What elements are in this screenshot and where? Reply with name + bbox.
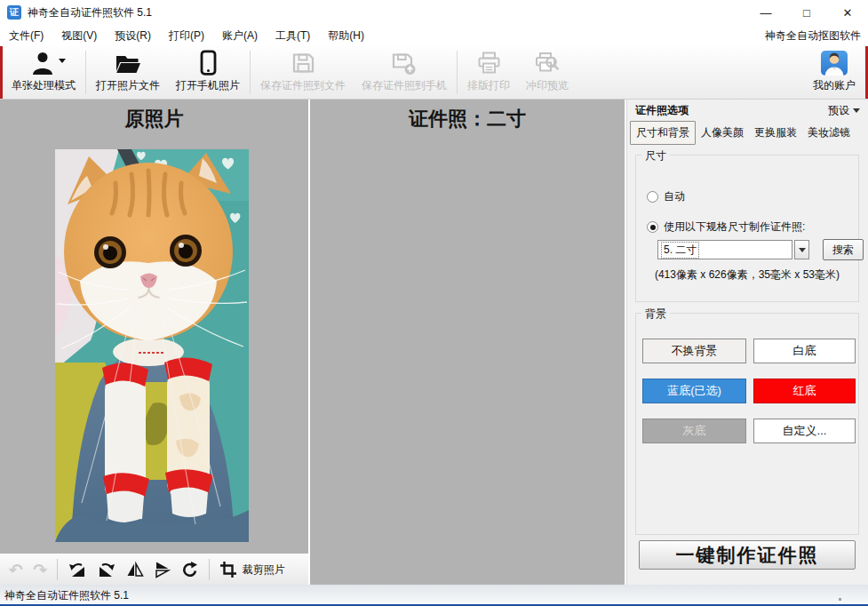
print-layout-button: 排版打印 bbox=[459, 46, 518, 99]
bg-no-change-button[interactable]: 不换背景 bbox=[642, 339, 746, 363]
print-preview-button: 冲印预览 bbox=[518, 46, 577, 99]
background-group: 背景 不换背景 白底 蓝底(已选) 红底 灰底 自定义... bbox=[635, 313, 859, 535]
open-phone-photo-label: 打开手机照片 bbox=[176, 78, 240, 93]
undo-icon[interactable]: ↶ bbox=[9, 562, 23, 578]
person-icon bbox=[30, 51, 57, 76]
printer-icon bbox=[476, 51, 502, 76]
print-preview-icon bbox=[534, 51, 561, 76]
options-title: 证件照选项 bbox=[635, 103, 689, 118]
background-group-title: 背景 bbox=[641, 307, 670, 322]
single-mode-button[interactable]: 单张处理模式 bbox=[4, 46, 84, 99]
radio-unchecked-icon bbox=[647, 191, 658, 203]
toolbar-left-edge bbox=[0, 46, 3, 99]
edit-toolbar-separator bbox=[57, 559, 58, 580]
original-photo-title: 原照片 bbox=[0, 106, 308, 132]
bg-custom-button[interactable]: 自定义... bbox=[753, 419, 856, 443]
bg-red-button[interactable]: 红底 bbox=[753, 379, 856, 403]
size-select[interactable]: 5. 二寸 bbox=[657, 240, 792, 259]
menu-account[interactable]: 账户(A) bbox=[213, 25, 267, 47]
bg-gray-button[interactable]: 灰底 bbox=[642, 419, 746, 443]
rotate-right-icon[interactable] bbox=[97, 561, 116, 578]
toolbar-separator bbox=[85, 51, 86, 94]
save-floppy-icon bbox=[291, 51, 316, 76]
options-header: 证件照选项 预设 bbox=[627, 100, 868, 121]
maximize-icon[interactable]: □ bbox=[786, 0, 827, 25]
options-tabs: 尺寸和背景 人像美颜 更换服装 美妆滤镜 bbox=[630, 121, 866, 144]
search-button-label: 搜索 bbox=[832, 243, 854, 258]
menubar-right-label: 神奇全自动抠图软件 bbox=[765, 28, 868, 44]
size-combo-row: 5. 二寸 搜索 bbox=[657, 239, 864, 260]
save-to-phone-icon bbox=[391, 51, 418, 76]
open-folder-icon bbox=[114, 51, 142, 76]
menu-file[interactable]: 文件(F) bbox=[0, 25, 52, 47]
original-photo-panel: 原照片 bbox=[0, 100, 308, 585]
flip-horizontal-icon[interactable] bbox=[126, 561, 144, 578]
menu-view[interactable]: 视图(V) bbox=[52, 25, 106, 47]
menu-tools[interactable]: 工具(T) bbox=[267, 25, 319, 47]
preset-label: 预设 bbox=[828, 103, 849, 118]
window-title: 神奇全自动证件照软件 5.1 bbox=[28, 5, 152, 20]
redo-icon[interactable]: ↷ bbox=[33, 562, 47, 578]
size-spec-radio[interactable]: 使用以下规格尺寸制作证件照: bbox=[647, 219, 805, 235]
main-toolbar: 单张处理模式 打开照片文件 打开手机照片 bbox=[0, 46, 868, 100]
rotate-180-icon[interactable] bbox=[181, 561, 199, 578]
make-id-photo-button[interactable]: 一键制作证件照 bbox=[639, 540, 856, 570]
size-dimensions-note: (413像素 x 626像素，35毫米 x 53毫米) bbox=[636, 267, 858, 283]
save-to-file-label: 保存证件照到文件 bbox=[260, 78, 346, 93]
size-spec-label: 使用以下规格尺寸制作证件照: bbox=[664, 219, 805, 235]
menu-print[interactable]: 打印(P) bbox=[160, 25, 213, 47]
tab-size-background[interactable]: 尺寸和背景 bbox=[630, 121, 696, 145]
menu-bar: 文件(F) 视图(V) 预设(R) 打印(P) 账户(A) 工具(T) 帮助(H… bbox=[0, 25, 868, 46]
my-account-label: 我的账户 bbox=[813, 78, 856, 93]
single-mode-label: 单张处理模式 bbox=[12, 78, 76, 93]
save-to-phone-button: 保存证件照到手机 bbox=[354, 46, 455, 99]
tab-beauty[interactable]: 人像美颜 bbox=[696, 122, 749, 144]
crop-photo-button[interactable]: 裁剪照片 bbox=[219, 561, 285, 578]
id-photo-title: 证件照：二寸 bbox=[310, 106, 625, 132]
radio-checked-icon bbox=[647, 221, 658, 233]
bg-blue-button-selected[interactable]: 蓝底(已选) bbox=[642, 379, 746, 403]
bg-white-button[interactable]: 白底 bbox=[753, 339, 856, 363]
photo-edit-toolbar: ↶ ↷ bbox=[0, 554, 308, 585]
open-photo-file-button[interactable]: 打开照片文件 bbox=[88, 46, 168, 99]
tab-clothes[interactable]: 更换服装 bbox=[749, 122, 802, 144]
flip-vertical-icon[interactable] bbox=[154, 561, 171, 578]
crop-photo-label: 裁剪照片 bbox=[243, 562, 285, 578]
size-auto-label: 自动 bbox=[664, 189, 685, 204]
id-photo-panel: 证件照：二寸 bbox=[310, 100, 625, 585]
search-button[interactable]: 搜索 bbox=[823, 239, 864, 260]
print-layout-label: 排版打印 bbox=[467, 78, 510, 93]
size-auto-radio[interactable]: 自动 bbox=[647, 189, 685, 204]
original-photo[interactable] bbox=[55, 149, 249, 542]
save-to-file-button: 保存证件照到文件 bbox=[252, 46, 354, 99]
close-icon[interactable]: ✕ bbox=[827, 0, 868, 25]
print-preview-label: 冲印预览 bbox=[526, 78, 569, 93]
size-group-title: 尺寸 bbox=[641, 148, 670, 163]
size-select-value: 5. 二寸 bbox=[662, 243, 698, 258]
my-account-button[interactable]: 我的账户 bbox=[804, 46, 864, 99]
mode-dropdown-icon bbox=[59, 59, 66, 63]
open-photo-file-label: 打开照片文件 bbox=[96, 78, 160, 93]
open-phone-photo-button[interactable]: 打开手机照片 bbox=[168, 46, 248, 99]
menu-help[interactable]: 帮助(H) bbox=[319, 25, 373, 47]
size-select-arrow-button[interactable] bbox=[794, 240, 809, 259]
status-bar: 神奇全自动证件照软件 5.1 bbox=[0, 585, 868, 606]
resize-grip-icon[interactable] bbox=[839, 598, 841, 601]
crop-icon bbox=[219, 561, 237, 578]
main-area: 原照片 bbox=[0, 100, 868, 585]
size-group: 尺寸 自动 使用以下规格尺寸制作证件照: 5. 二寸 bbox=[635, 155, 859, 302]
preset-dropdown[interactable]: 预设 bbox=[828, 103, 860, 118]
tab-makeup-filter[interactable]: 美妆滤镜 bbox=[802, 122, 856, 144]
minimize-icon[interactable]: — bbox=[745, 0, 786, 25]
rotate-left-icon[interactable] bbox=[68, 561, 87, 578]
preset-arrow-icon bbox=[853, 108, 860, 113]
app-icon: 证 bbox=[7, 5, 21, 20]
title-bar: 证 神奇全自动证件照软件 5.1 — □ ✕ bbox=[0, 0, 868, 25]
menu-preset[interactable]: 预设(R) bbox=[106, 25, 160, 47]
options-panel: 证件照选项 预设 尺寸和背景 人像美颜 更换服装 美妆滤镜 尺寸 自动 bbox=[626, 100, 868, 585]
cat-photo-image bbox=[55, 149, 249, 542]
toolbar-separator bbox=[250, 51, 251, 94]
save-to-phone-label: 保存证件照到手机 bbox=[362, 78, 447, 93]
app-window: 证 神奇全自动证件照软件 5.1 — □ ✕ 文件(F) 视图(V) 预设(R)… bbox=[0, 0, 868, 606]
background-buttons: 不换背景 白底 蓝底(已选) 红底 灰底 自定义... bbox=[642, 339, 856, 443]
